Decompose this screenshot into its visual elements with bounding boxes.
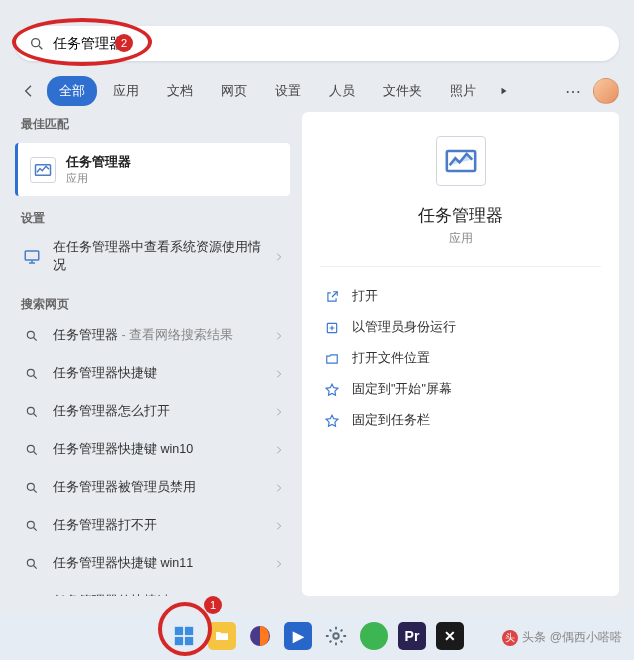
search-bar[interactable] bbox=[15, 26, 619, 61]
watermark-icon: 头 bbox=[502, 630, 518, 646]
pin-icon bbox=[324, 413, 340, 429]
tab-photos[interactable]: 照片 bbox=[438, 76, 488, 106]
start-button[interactable] bbox=[170, 622, 198, 650]
folder-icon bbox=[324, 351, 340, 367]
svg-point-0 bbox=[32, 38, 40, 46]
search-icon bbox=[21, 325, 43, 347]
svg-point-19 bbox=[27, 559, 34, 566]
tab-apps[interactable]: 应用 bbox=[101, 76, 151, 106]
svg-point-30 bbox=[333, 633, 339, 639]
web-result[interactable]: 任务管理器的快捷键 bbox=[15, 583, 290, 596]
action-item[interactable]: 以管理员身份运行 bbox=[320, 312, 601, 343]
search-icon bbox=[29, 36, 45, 52]
web-result[interactable]: 任务管理器快捷键 win10 bbox=[15, 431, 290, 469]
action-item[interactable]: 打开 bbox=[320, 281, 601, 312]
app-hero: 任务管理器 应用 bbox=[320, 136, 601, 267]
details-panel: 任务管理器 应用 打开以管理员身份运行打开文件位置固定到"开始"屏幕固定到任务栏 bbox=[302, 112, 619, 596]
watermark: 头 头条@偶西小嗒嗒 bbox=[502, 629, 622, 646]
action-item[interactable]: 固定到"开始"屏幕 bbox=[320, 374, 601, 405]
taskbar: ▶ Pr ✕ 头 头条@偶西小嗒嗒 bbox=[0, 612, 634, 660]
result-title: 任务管理器 bbox=[66, 153, 131, 171]
tab-people[interactable]: 人员 bbox=[317, 76, 367, 106]
web-result[interactable]: 任务管理器快捷键 win11 bbox=[15, 545, 290, 583]
app-icon-3[interactable]: ✕ bbox=[436, 622, 464, 650]
chevron-right-icon bbox=[274, 521, 284, 531]
action-label: 以管理员身份运行 bbox=[352, 319, 456, 336]
search-icon bbox=[21, 439, 43, 461]
svg-point-7 bbox=[27, 331, 34, 338]
app-icon-1[interactable]: ▶ bbox=[284, 622, 312, 650]
action-label: 打开 bbox=[352, 288, 378, 305]
svg-rect-25 bbox=[175, 627, 183, 635]
web-result-label: 任务管理器快捷键 win10 bbox=[53, 441, 264, 459]
web-result[interactable]: 任务管理器快捷键 bbox=[15, 355, 290, 393]
task-manager-icon bbox=[30, 157, 56, 183]
web-result-label: 任务管理器 - 查看网络搜索结果 bbox=[53, 327, 264, 345]
open-icon bbox=[324, 289, 340, 305]
settings-item[interactable]: 在任务管理器中查看系统资源使用情况 bbox=[15, 231, 290, 282]
back-button[interactable] bbox=[15, 77, 43, 105]
svg-rect-27 bbox=[175, 637, 183, 645]
action-item[interactable]: 固定到任务栏 bbox=[320, 405, 601, 436]
svg-point-13 bbox=[27, 445, 34, 452]
chevron-right-icon bbox=[274, 483, 284, 493]
section-web: 搜索网页 bbox=[15, 292, 290, 317]
chevron-right-icon bbox=[274, 331, 284, 341]
search-icon bbox=[21, 363, 43, 385]
premiere-icon[interactable]: Pr bbox=[398, 622, 426, 650]
result-sub: 应用 bbox=[66, 171, 131, 186]
tab-all[interactable]: 全部 bbox=[47, 76, 97, 106]
web-result-label: 任务管理器快捷键 bbox=[53, 365, 264, 383]
svg-rect-26 bbox=[185, 627, 193, 635]
filter-tabs: 全部 应用 文档 网页 设置 人员 文件夹 照片 ⋯ bbox=[15, 73, 619, 109]
search-icon bbox=[21, 401, 43, 423]
chevron-right-icon bbox=[274, 369, 284, 379]
svg-line-1 bbox=[39, 46, 42, 49]
action-label: 打开文件位置 bbox=[352, 350, 430, 367]
best-match-result[interactable]: 任务管理器 应用 bbox=[15, 143, 290, 196]
svg-rect-4 bbox=[25, 251, 39, 260]
action-item[interactable]: 打开文件位置 bbox=[320, 343, 601, 374]
web-result[interactable]: 任务管理器被管理员禁用 bbox=[15, 469, 290, 507]
app-icon-2[interactable] bbox=[360, 622, 388, 650]
section-best-match: 最佳匹配 bbox=[15, 112, 290, 137]
tab-settings[interactable]: 设置 bbox=[263, 76, 313, 106]
web-result[interactable]: 任务管理器 - 查看网络搜索结果 bbox=[15, 317, 290, 355]
windows-icon bbox=[173, 625, 195, 647]
settings-item-label: 在任务管理器中查看系统资源使用情况 bbox=[53, 239, 264, 274]
monitor-icon bbox=[21, 246, 43, 268]
chevron-right-icon bbox=[274, 407, 284, 417]
svg-rect-28 bbox=[185, 637, 193, 645]
search-icon bbox=[21, 515, 43, 537]
web-result[interactable]: 任务管理器打不开 bbox=[15, 507, 290, 545]
results-list: 最佳匹配 任务管理器 应用 设置 在任务管理器中查看系统资源使用情况 搜索网页 … bbox=[15, 112, 290, 596]
search-icon bbox=[21, 553, 43, 575]
explorer-icon[interactable] bbox=[208, 622, 236, 650]
chevron-right-icon bbox=[274, 559, 284, 569]
firefox-icon[interactable] bbox=[246, 622, 274, 650]
web-result-label: 任务管理器怎么打开 bbox=[53, 403, 264, 421]
avatar[interactable] bbox=[593, 78, 619, 104]
action-label: 固定到"开始"屏幕 bbox=[352, 381, 452, 398]
tab-folders[interactable]: 文件夹 bbox=[371, 76, 434, 106]
overflow-menu[interactable]: ⋯ bbox=[557, 82, 589, 101]
svg-point-9 bbox=[27, 369, 34, 376]
tabs-more[interactable] bbox=[492, 79, 516, 103]
search-input[interactable] bbox=[53, 36, 605, 52]
settings-icon[interactable] bbox=[322, 622, 350, 650]
svg-line-12 bbox=[34, 414, 37, 417]
content-area: 最佳匹配 任务管理器 应用 设置 在任务管理器中查看系统资源使用情况 搜索网页 … bbox=[15, 112, 619, 596]
svg-line-18 bbox=[34, 528, 37, 531]
svg-line-14 bbox=[34, 452, 37, 455]
svg-point-15 bbox=[27, 483, 34, 490]
search-icon bbox=[21, 477, 43, 499]
web-result[interactable]: 任务管理器怎么打开 bbox=[15, 393, 290, 431]
app-name: 任务管理器 bbox=[418, 204, 503, 227]
admin-icon bbox=[324, 320, 340, 336]
web-result-label: 任务管理器打不开 bbox=[53, 517, 264, 535]
chevron-right-icon bbox=[274, 252, 284, 262]
svg-line-10 bbox=[34, 376, 37, 379]
tab-web[interactable]: 网页 bbox=[209, 76, 259, 106]
tab-docs[interactable]: 文档 bbox=[155, 76, 205, 106]
section-settings: 设置 bbox=[15, 206, 290, 231]
